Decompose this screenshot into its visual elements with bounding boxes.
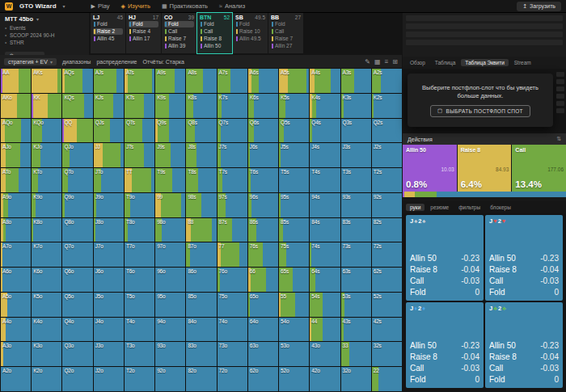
grid-cell-A3o[interactable]: A3o — [1, 342, 31, 366]
grid-cell-J4s[interactable]: J4s — [310, 143, 340, 167]
grid-cell-97s[interactable]: 97s — [218, 193, 247, 217]
tab-summary[interactable]: резюме — [426, 204, 453, 211]
grid-cell-77[interactable]: 77 — [218, 242, 247, 267]
expand-icon[interactable]: ⊞ — [392, 58, 398, 65]
grid-cell-K6o[interactable]: K6o — [32, 268, 61, 292]
grid-cell-A2o[interactable]: A2o — [1, 367, 31, 391]
grid-cell-53s[interactable]: 53s — [341, 293, 371, 317]
grid-cell-A6s[interactable]: A6s — [248, 69, 278, 93]
grid-cell-82o[interactable]: 82o — [186, 367, 216, 391]
reports-dropdown[interactable]: Отчёты: Старка — [142, 59, 184, 65]
grid-cell-52s[interactable]: 52s — [372, 293, 402, 317]
grid-cell-63s[interactable]: 63s — [341, 268, 371, 292]
grid-cell-K2o[interactable]: K2o — [32, 367, 61, 391]
grid-cell-Q2s[interactable]: Q2s — [372, 119, 402, 143]
grid-cell-T3s[interactable]: T3s — [341, 168, 371, 192]
grid-cell-T6o[interactable]: T6o — [125, 268, 154, 292]
grid-cell-83s[interactable]: 83s — [341, 218, 371, 242]
grid-cell-QQ[interactable]: QQ — [62, 119, 92, 143]
grid-cell-T8o[interactable]: T8o — [125, 218, 154, 242]
grid-cell-76s[interactable]: 76s — [248, 242, 278, 267]
distribution-button[interactable]: распределение — [96, 59, 137, 65]
grid-cell-QJs[interactable]: QJs — [94, 119, 124, 143]
action-row-fold[interactable]: Fold — [200, 21, 230, 27]
action-row-fold[interactable]: Fold — [271, 21, 301, 27]
grid-cell-KJs[interactable]: KJs — [94, 94, 124, 118]
grid-cell-96s[interactable]: 96s — [248, 193, 278, 217]
grid-cell-33[interactable]: 33 — [341, 342, 371, 366]
grid-cell-32s[interactable]: 32s — [372, 342, 402, 366]
grid-cell-75s[interactable]: 75s — [279, 242, 309, 267]
grid-cell-K9s[interactable]: K9s — [155, 94, 185, 118]
grid-cell-55[interactable]: 55 — [279, 293, 309, 317]
tab-blockers[interactable]: блокеры — [486, 204, 515, 211]
grid-cell-K6s[interactable]: K6s — [248, 94, 278, 118]
grid-cell-A5s[interactable]: A5s — [279, 69, 309, 93]
grid-cell-43s[interactable]: 43s — [341, 318, 371, 342]
nav-study[interactable]: ◈Изучить — [121, 2, 150, 10]
grid-cell-74o[interactable]: 74o — [218, 318, 247, 342]
grid-cell-JTo[interactable]: JTo — [94, 168, 124, 192]
action-row-allin-50[interactable]: Allin 50 — [200, 43, 230, 49]
grid-cell-65o[interactable]: 65o — [248, 293, 278, 317]
action-row-allin-39[interactable]: Allin 39 — [164, 43, 194, 49]
grid-cell-KTo[interactable]: KTo — [32, 168, 61, 192]
grid-cell-J8s[interactable]: J8s — [186, 143, 216, 167]
grid-cell-Q4s[interactable]: Q4s — [310, 119, 340, 143]
hand-combo-card[interactable]: J♦2♦Allin 50-0.23Raise 8-0.04Call-0.03Fo… — [406, 302, 484, 388]
grid-cell-ATs[interactable]: ATs — [125, 69, 154, 93]
hand-combo-card[interactable]: J♠2♠Allin 50-0.23Raise 8-0.04Call-0.03Fo… — [406, 215, 484, 301]
grid-cell-K3s[interactable]: K3s — [341, 94, 371, 118]
grid-cell-T9o[interactable]: T9o — [125, 193, 154, 217]
grid-cell-95o[interactable]: 95o — [155, 293, 185, 317]
grid-cell-66[interactable]: 66 — [248, 268, 278, 292]
grid-cell-J8o[interactable]: J8o — [94, 218, 124, 242]
grid-cell-Q6s[interactable]: Q6s — [248, 119, 278, 143]
grid-cell-63o[interactable]: 63o — [248, 342, 278, 366]
grid-cell-AQo[interactable]: AQo — [1, 119, 31, 143]
grid-cell-Q5s[interactable]: Q5s — [279, 119, 309, 143]
grid-cell-83o[interactable]: 83o — [186, 342, 216, 366]
action-row-raise-2[interactable]: Raise 2 — [93, 28, 123, 35]
select-postflop-spot-button[interactable]: ▢Выбрать постфлоп спот — [430, 105, 530, 117]
grid-cell-86o[interactable]: 86o — [186, 268, 216, 292]
grid-cell-A8o[interactable]: A8o — [1, 218, 31, 242]
grid-cell-97o[interactable]: 97o — [155, 242, 185, 267]
action-row-allin-27[interactable]: Allin 27 — [271, 43, 301, 49]
grid-cell-93s[interactable]: 93s — [341, 193, 371, 217]
grid-cell-QJo[interactable]: QJo — [62, 143, 92, 167]
grid-cell-A4o[interactable]: A4o — [1, 318, 31, 342]
action-row-raise-8[interactable]: Raise 8 — [200, 36, 230, 42]
grid-cell-J4o[interactable]: J4o — [94, 318, 124, 342]
position-panel-hj[interactable]: HJ17FoldRaise 4Allin 17 — [126, 13, 161, 53]
grid-cell-99[interactable]: 99 — [155, 193, 185, 217]
grid-cell-KK[interactable]: KK — [32, 94, 61, 118]
grid-cell-85s[interactable]: 85s — [279, 218, 309, 242]
grid-cell-T7o[interactable]: T7o — [125, 242, 154, 267]
grid-cell-J3s[interactable]: J3s — [341, 143, 371, 167]
grid-cell-KTs[interactable]: KTs — [125, 94, 154, 118]
grid-cell-98s[interactable]: 98s — [186, 193, 216, 217]
grid-cell-T2s[interactable]: T2s — [372, 168, 402, 192]
grid-cell-QTo[interactable]: QTo — [62, 168, 92, 192]
position-panel-btn[interactable]: BTN52FoldCallRaise 8Allin 50 — [197, 13, 232, 53]
grid-cell-Q8o[interactable]: Q8o — [62, 218, 92, 242]
grid-cell-93o[interactable]: 93o — [155, 342, 185, 366]
grid-cell-A9s[interactable]: A9s — [155, 69, 185, 93]
spot-title-dropdown[interactable]: MTT 45bo▾ — [5, 15, 84, 23]
grid-cell-62s[interactable]: 62s — [372, 268, 402, 292]
grid-cell-T9s[interactable]: T9s — [155, 168, 185, 192]
grid-cell-KQo[interactable]: KQo — [32, 119, 61, 143]
action-row-call[interactable]: Call — [271, 28, 301, 35]
grid-cell-75o[interactable]: 75o — [218, 293, 247, 317]
grid-cell-86s[interactable]: 86s — [248, 218, 278, 242]
grid-cell-92s[interactable]: 92s — [372, 193, 402, 217]
grid-cell-44[interactable]: 44 — [310, 318, 340, 342]
grid-cell-T8s[interactable]: T8s — [186, 168, 216, 192]
grid-cell-98o[interactable]: 98o — [155, 218, 185, 242]
grid-cell-A7s[interactable]: A7s — [218, 69, 247, 93]
grid-cell-87s[interactable]: 87s — [218, 218, 247, 242]
sidebar-item-sthr[interactable]: STHR — [5, 39, 84, 46]
grid-cell-K7s[interactable]: K7s — [218, 94, 247, 118]
grid-cell-KQs[interactable]: KQs — [62, 94, 92, 118]
